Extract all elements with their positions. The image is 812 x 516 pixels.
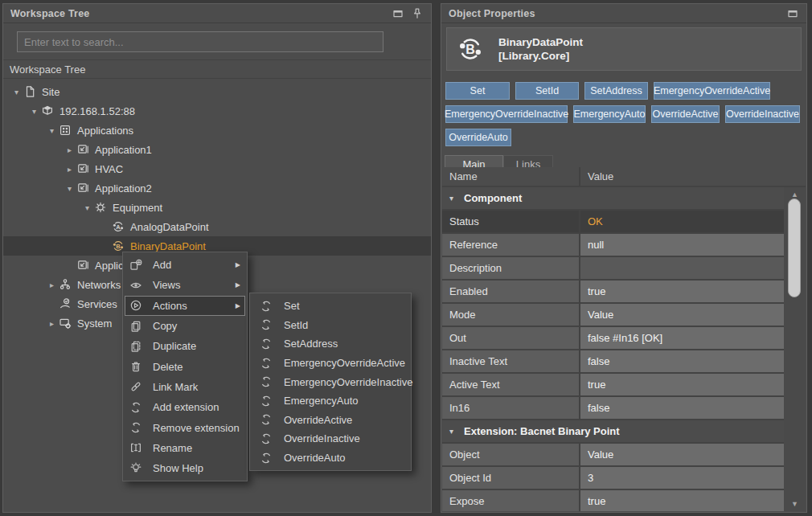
expander-expanded-icon[interactable]: ▾ — [27, 107, 41, 116]
restore-icon[interactable] — [785, 7, 800, 20]
menu-item-views[interactable]: Views▶ — [125, 275, 245, 295]
svg-text:A: A — [116, 223, 121, 231]
property-row-status[interactable]: StatusOK — [442, 211, 784, 234]
add-icon — [129, 259, 143, 272]
menu-item-actions[interactable]: Actions▶ — [125, 296, 245, 316]
submenu-arrow-icon: ▶ — [236, 281, 242, 289]
expander-collapsed-icon[interactable]: ▸ — [45, 319, 59, 328]
submenu-item-label: EmergencyOverrideActive — [284, 357, 405, 369]
setid-button[interactable]: SetId — [515, 82, 579, 100]
submenu-item-set[interactable]: Set — [252, 297, 409, 316]
expander-expanded-icon[interactable]: ▾ — [80, 203, 94, 212]
property-value[interactable]: Value — [580, 304, 784, 327]
expander-collapsed-icon[interactable]: ▸ — [63, 145, 76, 154]
setaddress-button[interactable]: SetAddress — [584, 82, 648, 100]
tree-item-label: BinaryDataPoint — [130, 240, 206, 252]
property-value[interactable]: false — [580, 397, 784, 420]
menu-item-label: Remove extension — [153, 422, 242, 434]
overrideauto-button[interactable]: OverrideAuto — [445, 129, 511, 146]
submenu-item-emergencyoverrideactive[interactable]: EmergencyOverrideActive — [252, 354, 409, 373]
property-row-in16[interactable]: In16false — [442, 397, 784, 420]
expander-collapsed-icon[interactable]: ▸ — [45, 281, 59, 289]
property-row-out[interactable]: Outfalse #In16 [OK] — [442, 327, 784, 350]
property-value[interactable]: false #In16 [OK] — [580, 327, 784, 350]
submenu-item-emergencyoverrideinactive[interactable]: EmergencyOverrideInactive — [252, 372, 409, 391]
emergencyoverrideinactive-button[interactable]: EmergencyOverrideInactive — [445, 105, 568, 123]
menu-item-copy[interactable]: Copy — [125, 316, 245, 336]
property-row-enabled[interactable]: Enabledtrue — [442, 281, 784, 304]
tree-item-analogdatapoint[interactable]: AAnalogDataPoint — [3, 217, 431, 236]
submenu-item-setaddress[interactable]: SetAddress — [252, 334, 409, 354]
menu-item-label: Rename — [153, 442, 242, 454]
expander-expanded-icon[interactable]: ▾ — [45, 126, 59, 135]
property-row-inactive-text[interactable]: Inactive Textfalse — [442, 350, 784, 374]
property-value[interactable]: true — [580, 490, 784, 511]
property-value[interactable]: true — [580, 281, 784, 304]
emergencyoverrideactive-button[interactable]: EmergencyOverrideActive — [654, 82, 770, 100]
table-header: Name Value — [442, 167, 806, 187]
restore-icon[interactable] — [391, 7, 405, 20]
submenu-item-overrideactive[interactable]: OverrideActive — [252, 411, 409, 430]
property-row-object[interactable]: ObjectValue — [442, 444, 784, 467]
tree-item-application1[interactable]: ▸Application1 — [3, 140, 431, 159]
menu-item-rename[interactable]: Rename — [125, 438, 245, 458]
property-row-reference[interactable]: Referencenull — [442, 234, 784, 257]
property-row-active-text[interactable]: Active Texttrue — [442, 374, 784, 397]
overrideactive-button[interactable]: OverrideActive — [651, 105, 720, 123]
overrideinactive-button[interactable]: OverrideInactive — [725, 105, 800, 123]
tree-item-site[interactable]: ▾Site — [3, 82, 431, 101]
tree-item-applications[interactable]: ▾Applications — [3, 121, 431, 140]
property-row-description[interactable]: Description — [442, 257, 784, 281]
submenu-arrow-icon: ▶ — [236, 302, 242, 309]
section-collapse-icon[interactable]: ▾ — [449, 427, 461, 436]
section-collapse-icon[interactable]: ▾ — [449, 194, 461, 203]
submenu-item-emergencyauto[interactable]: EmergencyAuto — [252, 391, 409, 411]
property-value[interactable] — [580, 257, 784, 281]
services-icon — [59, 297, 72, 310]
search-input[interactable] — [17, 31, 383, 52]
section-row-extension-bacnet-binary-point[interactable]: ▾Extension: Bacnet Binary Point — [442, 420, 784, 444]
action-icon — [260, 375, 273, 388]
submenu-item-label: SetAddress — [284, 338, 338, 350]
binary-point-icon: B — [457, 35, 484, 63]
tree-item-application2[interactable]: ▾Application2 — [3, 178, 431, 198]
app-window: Workspace Tree Workspace Tree ▾Site▾192.… — [0, 0, 812, 516]
play-circle-icon — [129, 299, 143, 312]
property-row-expose[interactable]: Exposetrue — [442, 490, 784, 511]
menu-item-delete[interactable]: Delete — [125, 356, 245, 376]
submenu-item-setid[interactable]: SetId — [252, 316, 409, 335]
tree-item-192-168-1-52-88[interactable]: ▾192.168.1.52:88 — [3, 101, 431, 121]
property-value[interactable]: OK — [580, 211, 784, 234]
expander-expanded-icon[interactable]: ▾ — [10, 88, 23, 96]
property-row-object-id[interactable]: Object Id3 — [442, 467, 784, 490]
menu-item-remove-extension[interactable]: Remove extension — [125, 417, 245, 437]
property-value[interactable]: null — [580, 234, 784, 257]
menu-item-duplicate[interactable]: Duplicate — [125, 336, 245, 356]
scrollbar[interactable]: ▲ ▼ — [784, 187, 806, 511]
scrollbar-thumb[interactable] — [788, 199, 801, 297]
property-value[interactable]: 3 — [580, 467, 784, 490]
property-value[interactable]: true — [580, 374, 784, 397]
menu-item-label: Link Mark — [153, 381, 242, 393]
menu-item-link-mark[interactable]: Link Mark — [125, 377, 245, 397]
menu-item-add-extension[interactable]: Add extension — [125, 397, 245, 417]
pin-icon[interactable] — [410, 7, 424, 20]
submenu-item-overrideinactive[interactable]: OverrideInactive — [252, 429, 409, 448]
emergencyauto-button[interactable]: EmergencyAuto — [573, 105, 646, 123]
tree-item-equipment[interactable]: ▾Equipment — [3, 198, 431, 217]
scroll-down-icon[interactable]: ▼ — [784, 500, 806, 508]
tree-item-hvac[interactable]: ▸HVAC — [3, 159, 431, 178]
application-icon — [76, 182, 90, 195]
expander-expanded-icon[interactable]: ▾ — [63, 184, 76, 193]
section-row-component[interactable]: ▾Component — [442, 187, 784, 211]
property-value[interactable]: false — [580, 350, 784, 374]
scroll-up-icon[interactable]: ▲ — [784, 190, 806, 199]
menu-item-show-help[interactable]: Show Help — [125, 458, 245, 478]
property-row-mode[interactable]: ModeValue — [442, 304, 784, 327]
submenu-item-label: EmergencyAuto — [284, 395, 359, 407]
property-value[interactable]: Value — [580, 444, 784, 467]
menu-item-add[interactable]: Add▶ — [125, 255, 245, 275]
set-button[interactable]: Set — [445, 82, 510, 100]
submenu-item-overrideauto[interactable]: OverrideAuto — [252, 448, 409, 468]
expander-collapsed-icon[interactable]: ▸ — [63, 165, 76, 174]
